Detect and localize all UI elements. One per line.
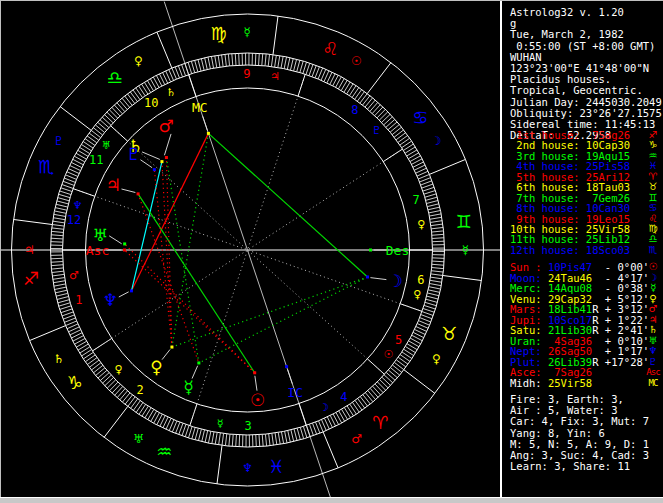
degree-tick [205, 58, 208, 70]
degree-tick [52, 225, 64, 227]
degree-tick [195, 60, 198, 72]
degree-tick [85, 355, 95, 362]
degree-tick [382, 114, 391, 122]
planet-pointer-line [140, 160, 152, 168]
sign-boundary-line [443, 275, 482, 280]
window-border-top [0, 0, 663, 1]
house-ruler-icon: ♄ [166, 86, 176, 99]
degree-tick [122, 393, 130, 402]
degree-tick [239, 435, 240, 447]
stats-line: Learn: 3, Share: 11 [510, 461, 649, 472]
sign-ruler-icon: ☽ [431, 134, 442, 148]
degree-tick [350, 404, 357, 414]
degree-tick [278, 432, 280, 444]
house-number-11: 11 [89, 153, 103, 167]
degree-tick [425, 302, 437, 305]
chart-info-block: Astrolog32 v. 1.20gTue, March 2, 1982 0:… [510, 7, 663, 141]
degree-tick [423, 187, 434, 191]
degree-tick [432, 234, 444, 235]
degree-tick [432, 261, 444, 262]
degree-tick [55, 290, 67, 293]
degree-tick [85, 139, 95, 146]
chart-info-line: Astrolog32 v. 1.20 [510, 7, 663, 18]
degree-tick [431, 274, 443, 276]
degree-tick [58, 300, 70, 303]
degree-tick [362, 96, 369, 105]
planet-icon: Asc [644, 367, 662, 378]
planet-glyph-Venu: ♀ [150, 357, 162, 377]
house-ruler-icon: ♇ [371, 124, 381, 137]
degree-tick [272, 433, 274, 445]
sign-glyph-sagittarius: ♐ [23, 268, 39, 289]
degree-tick [139, 86, 146, 96]
degree-tick [269, 434, 270, 446]
degree-tick [110, 382, 118, 391]
house-cusp-line [299, 404, 306, 426]
degree-tick [112, 107, 120, 116]
degree-tick [61, 309, 72, 313]
house-ruler-icon: ♀ [413, 288, 421, 301]
degree-tick [58, 198, 70, 201]
degree-tick [431, 224, 443, 226]
degree-tick [392, 365, 401, 372]
degree-tick [428, 290, 440, 293]
degree-tick [218, 55, 220, 67]
sign-glyph-scorpio: ♏ [38, 156, 54, 177]
planets-table: Sun : 10Pis47 - 0°00'☉Moon: 24Tau46 - 4°… [510, 262, 649, 388]
degree-tick [53, 281, 65, 283]
degree-tick [429, 284, 441, 286]
planet-pointer-line [142, 152, 160, 160]
degree-tick [300, 427, 303, 439]
degree-tick [133, 401, 140, 411]
degree-tick [394, 130, 404, 137]
degree-tick [222, 55, 224, 67]
degree-tick [268, 54, 269, 66]
degree-tick [51, 238, 63, 239]
sign-boundary-line [13, 219, 52, 224]
zodiac-sign-icon: ♋ [644, 203, 662, 213]
house-ruler-icon: ☿ [217, 417, 224, 430]
house-number-4: 4 [340, 390, 347, 404]
degree-tick [205, 431, 208, 443]
sign-glyph-gemini: ♊ [456, 211, 472, 232]
degree-tick [125, 96, 132, 105]
degree-tick [51, 262, 63, 263]
degree-tick [377, 109, 385, 118]
degree-tick [60, 191, 71, 195]
degree-tick [114, 105, 122, 114]
degree-tick [191, 61, 194, 73]
planet-pointer-line [109, 236, 121, 244]
window-border-left [0, 0, 1, 497]
degree-tick [56, 204, 68, 207]
degree-tick [388, 122, 397, 130]
degree-tick [93, 128, 102, 135]
planet-position-dot-Moon [366, 275, 369, 278]
degree-tick [290, 58, 293, 70]
degree-tick [198, 429, 201, 441]
degree-tick [185, 426, 189, 437]
degree-tick [51, 258, 63, 259]
degree-tick [51, 242, 63, 243]
degree-tick [95, 125, 104, 133]
degree-tick [133, 90, 140, 100]
degree-tick [100, 373, 109, 381]
house-cusp-line [73, 189, 95, 197]
degree-tick [259, 435, 260, 447]
sign-ruler-icon: ♄ [53, 352, 64, 366]
degree-tick [377, 382, 385, 391]
degree-tick [430, 221, 442, 223]
house-number-12: 12 [67, 213, 81, 227]
degree-tick [63, 181, 74, 185]
degree-tick [400, 138, 410, 145]
degree-tick [54, 211, 66, 213]
degree-tick [59, 194, 71, 197]
degree-tick [192, 427, 195, 439]
degree-tick [53, 218, 65, 220]
degree-tick [285, 431, 287, 443]
degree-tick [188, 62, 192, 73]
degree-tick [89, 133, 99, 140]
degree-tick [355, 400, 362, 410]
degree-tick [188, 427, 192, 438]
degree-tick [235, 53, 236, 65]
house-cusp-line [298, 74, 305, 96]
